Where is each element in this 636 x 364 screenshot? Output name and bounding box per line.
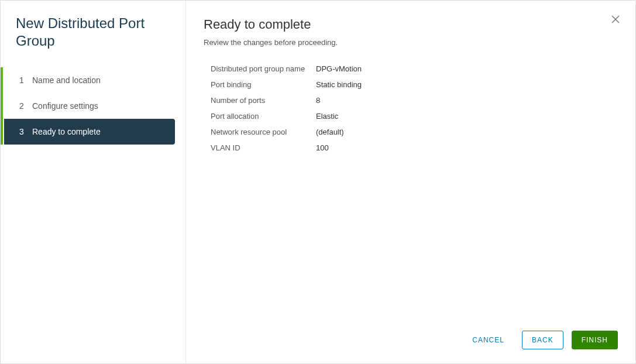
summary-value: 100 xyxy=(316,143,329,152)
page-title: Ready to complete xyxy=(204,17,618,32)
wizard-dialog: New Distributed Port Group 1 Name and lo… xyxy=(0,0,636,364)
summary-label: Network resource pool xyxy=(211,128,316,136)
wizard-step-ready-to-complete[interactable]: 3 Ready to complete xyxy=(4,119,175,145)
cancel-button[interactable]: CANCEL xyxy=(463,331,514,349)
back-button[interactable]: BACK xyxy=(522,331,563,349)
wizard-step-number: 2 xyxy=(19,101,32,111)
summary-label: VLAN ID xyxy=(211,143,316,152)
summary-table: Distributed port group name DPG-vMotion … xyxy=(204,61,618,156)
summary-row-port-group-name: Distributed port group name DPG-vMotion xyxy=(211,61,618,77)
finish-button[interactable]: FINISH xyxy=(572,331,618,349)
summary-label: Distributed port group name xyxy=(211,64,316,73)
wizard-sidebar: New Distributed Port Group 1 Name and lo… xyxy=(1,1,186,363)
close-icon xyxy=(611,15,620,24)
main-header: Ready to complete Review the changes bef… xyxy=(204,17,618,47)
summary-value: (default) xyxy=(316,128,344,136)
wizard-step-name-and-location[interactable]: 1 Name and location xyxy=(4,67,175,93)
summary-row-network-resource-pool: Network resource pool (default) xyxy=(211,124,618,140)
summary-value: DPG-vMotion xyxy=(316,64,362,73)
summary-row-number-of-ports: Number of ports 8 xyxy=(211,92,618,108)
summary-label: Number of ports xyxy=(211,96,316,105)
wizard-step-label: Name and location xyxy=(32,75,101,85)
wizard-steps-list: 1 Name and location 2 Configure settings… xyxy=(1,67,185,145)
summary-row-port-binding: Port binding Static binding xyxy=(211,77,618,92)
wizard-step-number: 3 xyxy=(19,127,32,136)
summary-row-vlan-id: VLAN ID 100 xyxy=(211,140,618,156)
wizard-main-panel: Ready to complete Review the changes bef… xyxy=(186,1,635,363)
summary-label: Port allocation xyxy=(211,112,316,121)
summary-value: 8 xyxy=(316,96,320,105)
wizard-footer: CANCEL BACK FINISH xyxy=(204,319,618,363)
wizard-step-number: 1 xyxy=(19,75,32,85)
summary-value: Elastic xyxy=(316,112,338,121)
summary-label: Port binding xyxy=(211,80,316,89)
summary-row-port-allocation: Port allocation Elastic xyxy=(211,108,618,124)
page-subtitle: Review the changes before proceeding. xyxy=(204,38,618,47)
close-button[interactable] xyxy=(610,13,621,25)
summary-value: Static binding xyxy=(316,80,362,89)
wizard-title: New Distributed Port Group xyxy=(1,15,185,61)
wizard-step-label: Ready to complete xyxy=(32,127,101,136)
wizard-step-configure-settings[interactable]: 2 Configure settings xyxy=(4,93,175,119)
wizard-step-label: Configure settings xyxy=(32,101,98,111)
